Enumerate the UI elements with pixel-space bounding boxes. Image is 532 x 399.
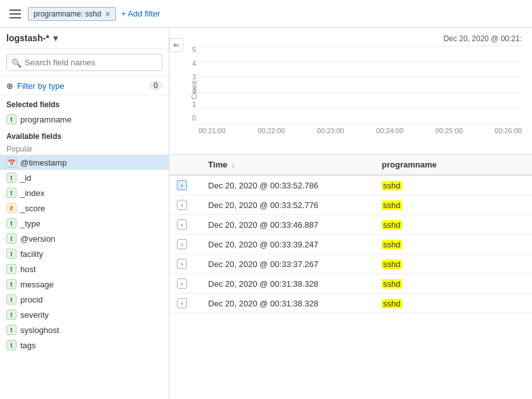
- table-area: Time ↓ programname ›Dec 20, 2020 @ 00:33…: [169, 155, 532, 399]
- fields-section: Selected fields tprogramname Available f…: [0, 95, 169, 399]
- programname-highlight: sshd: [382, 259, 401, 269]
- field-type-badge: t: [6, 218, 16, 228]
- available-fields-list: t_idt_index#_scoret_typet@versiontfacili…: [0, 170, 169, 353]
- programname-highlight: sshd: [382, 279, 401, 289]
- expand-row-button[interactable]: ›: [177, 278, 187, 289]
- available-field-item[interactable]: ttags: [0, 337, 169, 353]
- expand-row-button[interactable]: ›: [177, 259, 187, 269]
- time-cell: Dec 20, 2020 @ 00:31:38.328: [200, 274, 374, 294]
- grid-lines: [198, 46, 522, 124]
- field-name-label: host: [20, 265, 36, 274]
- field-type-badge: t: [6, 340, 16, 350]
- field-type-badge: t: [6, 173, 16, 183]
- time-cell: Dec 20, 2020 @ 00:33:39.247: [200, 235, 374, 254]
- table-header-row: Time ↓ programname: [169, 155, 532, 175]
- main-layout: logstash-* ▾ 🔍 ⊕ Filter by type 0 Select…: [0, 28, 532, 399]
- grid-line: [198, 77, 522, 77]
- popular-title: Popular: [0, 143, 169, 155]
- filter-count: 0: [149, 81, 162, 91]
- field-type-badge: t: [6, 114, 16, 124]
- filter-tag-close[interactable]: ×: [105, 9, 110, 19]
- field-type-badge: t: [6, 325, 16, 335]
- field-name-label: procid: [20, 295, 42, 304]
- popular-field-item[interactable]: 📅@timestamp: [0, 155, 169, 170]
- selected-fields-title: Selected fields: [0, 95, 169, 112]
- expand-row-button[interactable]: ›: [177, 219, 187, 230]
- available-field-item[interactable]: t@version: [0, 231, 169, 246]
- col-programname-header[interactable]: programname: [374, 155, 532, 175]
- field-type-badge: t: [6, 294, 16, 304]
- field-name-label: severity: [20, 310, 49, 320]
- search-box: 🔍: [0, 49, 169, 77]
- chart-timestamp: Dec 20, 2020 @ 00:21:: [179, 34, 522, 43]
- data-table: Time ↓ programname ›Dec 20, 2020 @ 00:33…: [169, 155, 532, 313]
- field-type-badge: t: [6, 188, 16, 198]
- search-icon: 🔍: [11, 58, 22, 67]
- col-expand-header: [169, 155, 200, 175]
- sidebar-header: logstash-* ▾: [0, 28, 169, 49]
- programname-cell: sshd: [374, 215, 532, 235]
- selected-field-item[interactable]: tprogramname: [0, 112, 169, 127]
- available-field-item[interactable]: thost: [0, 261, 169, 277]
- programname-cell: sshd: [374, 294, 532, 313]
- programname-cell: sshd: [374, 195, 532, 215]
- field-name-label: tags: [20, 341, 36, 350]
- programname-highlight: sshd: [382, 240, 401, 249]
- grid-line: [198, 46, 522, 46]
- field-type-badge: t: [6, 249, 16, 259]
- popular-fields-list: 📅@timestamp: [0, 155, 169, 170]
- filter-by-type-label: Filter by type: [17, 81, 145, 91]
- search-wrap: 🔍: [6, 54, 162, 71]
- available-field-item[interactable]: tseverity: [0, 307, 169, 322]
- collapse-sidebar-button[interactable]: ⇐: [169, 38, 183, 52]
- chart-grid: 00:21:00 00:22:00 00:23:00 00:24:00 00:2…: [198, 46, 522, 134]
- add-filter-button[interactable]: + Add filter: [121, 9, 160, 18]
- grid-line: [198, 124, 522, 124]
- table-body: ›Dec 20, 2020 @ 00:33:52.786sshd›Dec 20,…: [169, 175, 532, 313]
- table-row: ›Dec 20, 2020 @ 00:33:37.267sshd: [169, 254, 532, 274]
- field-name-label: sysloghost: [20, 325, 59, 335]
- available-field-item[interactable]: t_type: [0, 216, 169, 231]
- field-name-label: @timestamp: [20, 158, 67, 167]
- selected-fields-list: tprogramname: [0, 112, 169, 127]
- menu-icon[interactable]: [8, 6, 23, 22]
- top-bar: programname: sshd × + Add filter: [0, 0, 532, 28]
- available-field-item[interactable]: #_score: [0, 200, 169, 216]
- time-cell: Dec 20, 2020 @ 00:33:52.776: [200, 195, 374, 215]
- chart-area: Dec 20, 2020 @ 00:21: 5 4 3 2 1 0 Count: [169, 28, 532, 155]
- available-field-item[interactable]: tsysloghost: [0, 322, 169, 337]
- field-name-label: _index: [20, 188, 44, 198]
- field-name-label: facility: [20, 249, 43, 259]
- available-field-item[interactable]: tmessage: [0, 277, 169, 292]
- field-name-label: programname: [20, 115, 72, 124]
- expand-row-button[interactable]: ›: [177, 200, 187, 210]
- field-name-label: _type: [20, 219, 41, 228]
- available-field-item[interactable]: tfacility: [0, 246, 169, 261]
- expand-row-button[interactable]: ›: [177, 239, 187, 249]
- col-time-header[interactable]: Time ↓: [200, 155, 374, 175]
- table-row: ›Dec 20, 2020 @ 00:31:38.328sshd: [169, 294, 532, 313]
- programname-highlight: sshd: [382, 181, 401, 190]
- filter-icon: ⊕: [6, 81, 13, 91]
- field-type-badge: t: [6, 264, 16, 274]
- time-cell: Dec 20, 2020 @ 00:33:37.267: [200, 254, 374, 274]
- sort-icon: ↓: [231, 162, 235, 169]
- programname-cell: sshd: [374, 254, 532, 274]
- available-field-item[interactable]: t_id: [0, 170, 169, 185]
- index-pattern-chevron[interactable]: ▾: [53, 33, 58, 43]
- table-row: ›Dec 20, 2020 @ 00:33:52.786sshd: [169, 175, 532, 195]
- programname-highlight: sshd: [382, 299, 401, 308]
- expand-row-button[interactable]: ›: [177, 180, 187, 190]
- sidebar: logstash-* ▾ 🔍 ⊕ Filter by type 0 Select…: [0, 28, 169, 399]
- available-field-item[interactable]: tprocid: [0, 292, 169, 307]
- available-field-item[interactable]: t_index: [0, 185, 169, 200]
- field-name-label: _id: [20, 173, 31, 183]
- time-cell: Dec 20, 2020 @ 00:31:38.328: [200, 294, 374, 313]
- expand-row-button[interactable]: ›: [177, 298, 187, 308]
- index-pattern-label[interactable]: logstash-*: [6, 33, 49, 43]
- search-input[interactable]: [6, 54, 162, 71]
- filter-tag-text: programname: sshd: [34, 10, 101, 18]
- field-type-badge: 📅: [6, 157, 16, 167]
- filter-by-type[interactable]: ⊕ Filter by type 0: [0, 77, 169, 95]
- programname-highlight: sshd: [382, 200, 401, 210]
